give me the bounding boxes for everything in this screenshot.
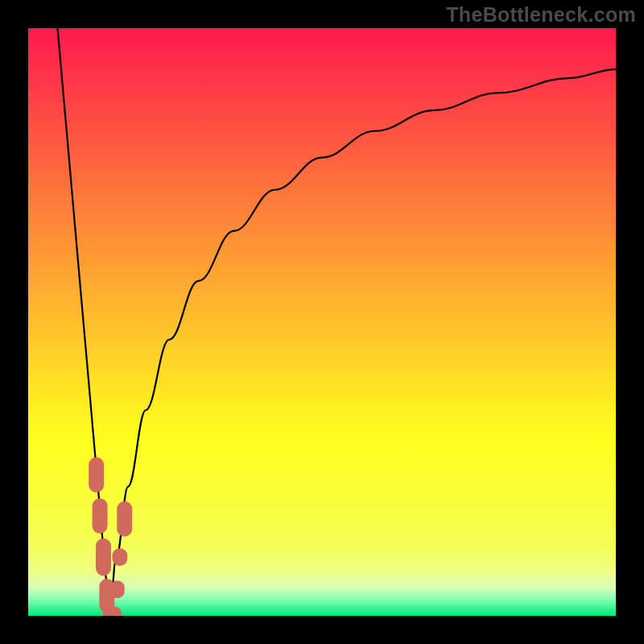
watermark-text: TheBottleneck.com [446,3,636,27]
data-point [110,580,125,598]
data-point [93,498,108,534]
data-point [96,539,111,576]
plot-area [28,28,616,616]
data-point-markers [89,457,132,616]
bottleneck-curve-right [109,69,616,616]
data-point [89,457,104,493]
data-point [117,502,132,537]
data-point [112,548,127,566]
chart-frame: TheBottleneck.com [0,0,644,644]
curve-layer [28,28,616,616]
